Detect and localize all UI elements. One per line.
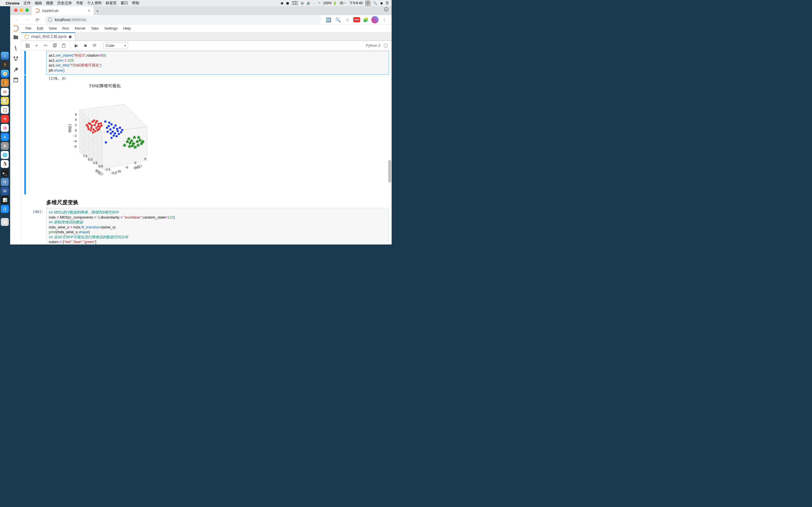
run-button[interactable]: ▶	[72, 42, 80, 50]
macos-menubar[interactable]: Chrome 文件 编辑 视图 历史记录 书签 个人资料 标签页 窗口 帮助 ◉…	[0, 0, 392, 6]
code-cell[interactable]: [46]: ## MDS进行数据的降维，降维到3维空间中 mds = MDS(n…	[24, 208, 389, 244]
code-editor[interactable]: ax1.set_zlabel("特征3",rotation=90) ax1.az…	[46, 51, 389, 75]
dock-qq-icon[interactable]: 🐧	[1, 160, 9, 168]
jlab-menu-tabs[interactable]: Tabs	[88, 26, 101, 31]
jlab-menu-help[interactable]: Help	[120, 26, 134, 31]
dock-quicktime-icon[interactable]: Q	[1, 205, 9, 213]
restart-button[interactable]: ⟳	[91, 42, 98, 50]
cut-button[interactable]: ✂	[42, 42, 50, 50]
dock-trash-icon[interactable]: 🗑	[1, 218, 9, 226]
status-ime[interactable]: 拼	[365, 1, 370, 6]
status-cc2-icon[interactable]: ◎	[301, 1, 304, 5]
jlab-menu-view[interactable]: View	[46, 26, 59, 31]
extensions-icon[interactable]: 🧩	[362, 16, 370, 24]
dock-safari-icon[interactable]: 🧭	[1, 70, 9, 78]
translate-icon[interactable]: 🔤	[324, 16, 333, 24]
code-cell[interactable]: ax1.set_zlabel("特征3",rotation=90) ax1.az…	[24, 51, 389, 75]
dock-finder-icon[interactable]: ☺	[1, 52, 9, 60]
status-time[interactable]: 下午9:49	[349, 1, 363, 6]
status-wifi-icon[interactable]: ⌔	[318, 1, 320, 5]
status-spotlight-icon[interactable]: 🔍	[373, 1, 377, 5]
active-app-name[interactable]: Chrome	[6, 1, 19, 5]
window-close-button[interactable]	[14, 8, 17, 12]
insert-cell-button[interactable]: +	[33, 42, 41, 50]
tabs-icon[interactable]	[13, 77, 19, 83]
code-editor[interactable]: ## MDS进行数据的降维，降维到3维空间中 mds = MDS(n_compo…	[46, 208, 389, 244]
dock-chrome-icon[interactable]: 🌐	[1, 151, 9, 159]
svg-rect-68	[114, 124, 116, 126]
dock-terminal-icon[interactable]: ▸_	[1, 169, 9, 177]
tab-close-icon[interactable]: ×	[88, 8, 90, 13]
dock-books-icon[interactable]: 📙	[1, 79, 9, 87]
notebook-scrollbar[interactable]	[388, 50, 392, 244]
status-siri-icon[interactable]: ◉	[380, 1, 383, 5]
copy-button[interactable]	[51, 42, 59, 50]
nav-reload-button[interactable]: ⟳	[33, 15, 42, 24]
status-cc-icon[interactable]: ◼	[286, 1, 289, 5]
markdown-cell[interactable]: 多维尺度变换	[24, 195, 389, 207]
menu-help[interactable]: 帮助	[132, 1, 139, 6]
menu-bookmarks[interactable]: 书签	[76, 1, 83, 6]
menu-history[interactable]: 历史记录	[57, 1, 72, 6]
status-battery[interactable]: 100% 🔋	[323, 1, 337, 5]
paste-button[interactable]	[60, 42, 68, 50]
nav-back-button[interactable]: ←	[12, 15, 21, 24]
jlab-menu-kernel[interactable]: Kernel	[72, 26, 88, 31]
menu-view[interactable]: 视图	[46, 1, 53, 6]
jlab-menu-edit[interactable]: Edit	[34, 26, 46, 31]
zoom-icon[interactable]: 🔍	[334, 16, 342, 24]
dock-notes-icon[interactable]: 📝	[1, 97, 9, 105]
cell-type-select[interactable]: Code	[103, 42, 128, 49]
kernel-status-icon[interactable]	[384, 44, 388, 48]
kernel-name[interactable]: Python 3	[366, 43, 380, 48]
status-bluetooth-icon[interactable]: ⌵	[313, 1, 315, 5]
dock-appstore-icon[interactable]: A	[1, 133, 9, 141]
notebook-content[interactable]: ax1.set_zlabel("特征3",rotation=90) ax1.az…	[21, 50, 392, 244]
dock-calendar-icon[interactable]: 24	[1, 88, 9, 96]
menu-edit[interactable]: 编辑	[35, 1, 42, 6]
jupyter-logo-icon[interactable]	[12, 25, 18, 32]
jlab-menu-file[interactable]: File	[22, 26, 34, 31]
dock-syspref-icon[interactable]: ⚙	[1, 142, 9, 150]
notebook-tab[interactable]: chap3_特征工程.ipynb	[21, 33, 75, 41]
extension-manager-icon[interactable]	[13, 66, 19, 72]
status-day[interactable]: 周一	[340, 1, 347, 6]
menu-file[interactable]: 文件	[23, 1, 31, 6]
filebrowser-icon[interactable]	[13, 34, 19, 40]
jupyter-favicon-icon	[35, 8, 40, 13]
svg-rect-78	[110, 132, 112, 134]
commands-icon[interactable]	[13, 55, 19, 62]
window-minimize-button[interactable]	[20, 8, 23, 12]
interrupt-button[interactable]: ■	[82, 42, 89, 50]
chrome-tabstrip: JupyterLab × +	[10, 6, 392, 15]
site-info-icon[interactable]: i	[48, 17, 52, 22]
dock-rstudio-icon[interactable]: R	[1, 178, 9, 186]
scrollbar-thumb[interactable]	[388, 160, 391, 182]
status-notification-icon[interactable]: ☰	[386, 1, 389, 5]
tabstrip-dropdown-icon[interactable]	[384, 7, 389, 13]
menu-profiles[interactable]: 个人资料	[87, 1, 102, 6]
browser-tab[interactable]: JupyterLab ×	[32, 6, 94, 15]
dock-run-icon[interactable]: 🏃	[1, 61, 9, 69]
jlab-menu-run[interactable]: Run	[59, 26, 72, 31]
save-button[interactable]	[24, 42, 32, 50]
running-icon[interactable]	[13, 45, 19, 51]
nav-forward-button[interactable]: →	[22, 15, 32, 24]
address-bar[interactable]: i localhost:8888/lab	[45, 15, 322, 24]
new-tab-button[interactable]: +	[94, 7, 101, 15]
status-volume-icon[interactable]: 🔊	[306, 1, 311, 5]
menu-tabs[interactable]: 标签页	[106, 1, 117, 6]
dock-news-icon[interactable]: N	[1, 115, 9, 123]
jlab-menu-settings[interactable]: Settings	[101, 26, 120, 31]
dock-word-icon[interactable]: W	[1, 187, 9, 195]
dock-photos-icon[interactable]: 🌸	[1, 124, 9, 132]
chrome-menu-icon[interactable]: ⋮	[380, 16, 388, 24]
status-record-icon[interactable]: ◉	[281, 1, 283, 5]
window-maximize-button[interactable]	[26, 8, 29, 12]
profile-avatar[interactable]	[371, 16, 378, 23]
dock-activity-icon[interactable]: 📊	[1, 196, 9, 204]
dock-reminders-icon[interactable]: 📋	[1, 106, 9, 114]
adblock-extension-icon[interactable]: ABP	[353, 17, 360, 22]
menu-window[interactable]: 窗口	[121, 1, 128, 6]
bookmark-star-icon[interactable]: ☆	[344, 16, 352, 24]
